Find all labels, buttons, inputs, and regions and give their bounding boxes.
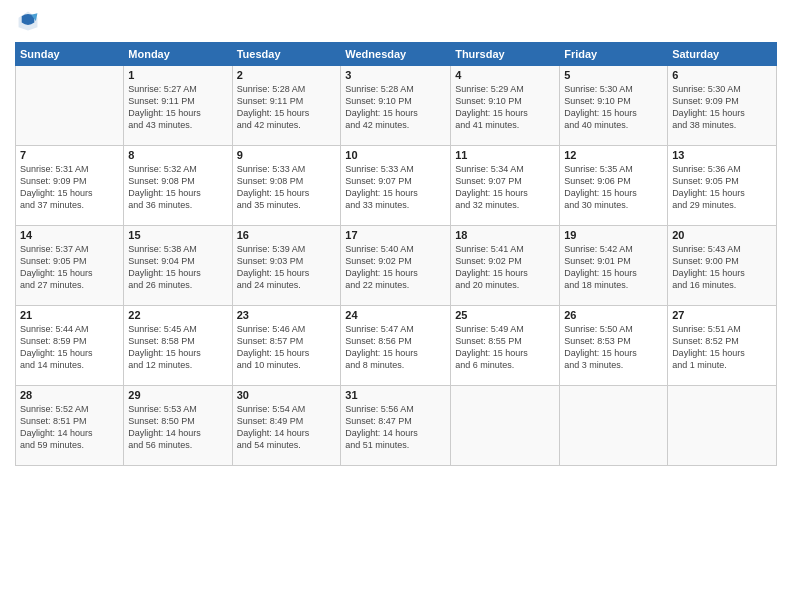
day-number: 24	[345, 309, 446, 321]
day-cell: 8Sunrise: 5:32 AM Sunset: 9:08 PM Daylig…	[124, 146, 232, 226]
day-cell: 27Sunrise: 5:51 AM Sunset: 8:52 PM Dayli…	[668, 306, 777, 386]
column-header-wednesday: Wednesday	[341, 43, 451, 66]
day-info: Sunrise: 5:40 AM Sunset: 9:02 PM Dayligh…	[345, 243, 446, 292]
day-info: Sunrise: 5:33 AM Sunset: 9:08 PM Dayligh…	[237, 163, 337, 212]
day-number: 11	[455, 149, 555, 161]
day-cell: 14Sunrise: 5:37 AM Sunset: 9:05 PM Dayli…	[16, 226, 124, 306]
day-info: Sunrise: 5:38 AM Sunset: 9:04 PM Dayligh…	[128, 243, 227, 292]
day-number: 1	[128, 69, 227, 81]
day-cell: 21Sunrise: 5:44 AM Sunset: 8:59 PM Dayli…	[16, 306, 124, 386]
day-cell: 1Sunrise: 5:27 AM Sunset: 9:11 PM Daylig…	[124, 66, 232, 146]
day-cell: 13Sunrise: 5:36 AM Sunset: 9:05 PM Dayli…	[668, 146, 777, 226]
day-number: 6	[672, 69, 772, 81]
day-number: 29	[128, 389, 227, 401]
day-cell	[16, 66, 124, 146]
day-cell	[668, 386, 777, 466]
day-info: Sunrise: 5:45 AM Sunset: 8:58 PM Dayligh…	[128, 323, 227, 372]
day-cell: 2Sunrise: 5:28 AM Sunset: 9:11 PM Daylig…	[232, 66, 341, 146]
day-info: Sunrise: 5:43 AM Sunset: 9:00 PM Dayligh…	[672, 243, 772, 292]
day-number: 26	[564, 309, 663, 321]
day-number: 9	[237, 149, 337, 161]
week-row-1: 7Sunrise: 5:31 AM Sunset: 9:09 PM Daylig…	[16, 146, 777, 226]
week-row-0: 1Sunrise: 5:27 AM Sunset: 9:11 PM Daylig…	[16, 66, 777, 146]
day-number: 21	[20, 309, 119, 321]
day-cell: 17Sunrise: 5:40 AM Sunset: 9:02 PM Dayli…	[341, 226, 451, 306]
day-info: Sunrise: 5:30 AM Sunset: 9:09 PM Dayligh…	[672, 83, 772, 132]
column-header-tuesday: Tuesday	[232, 43, 341, 66]
day-number: 18	[455, 229, 555, 241]
day-cell	[451, 386, 560, 466]
header-row: SundayMondayTuesdayWednesdayThursdayFrid…	[16, 43, 777, 66]
week-row-3: 21Sunrise: 5:44 AM Sunset: 8:59 PM Dayli…	[16, 306, 777, 386]
day-info: Sunrise: 5:29 AM Sunset: 9:10 PM Dayligh…	[455, 83, 555, 132]
day-cell: 4Sunrise: 5:29 AM Sunset: 9:10 PM Daylig…	[451, 66, 560, 146]
day-number: 30	[237, 389, 337, 401]
day-info: Sunrise: 5:50 AM Sunset: 8:53 PM Dayligh…	[564, 323, 663, 372]
logo	[15, 10, 39, 36]
day-cell: 28Sunrise: 5:52 AM Sunset: 8:51 PM Dayli…	[16, 386, 124, 466]
day-cell: 22Sunrise: 5:45 AM Sunset: 8:58 PM Dayli…	[124, 306, 232, 386]
day-cell: 26Sunrise: 5:50 AM Sunset: 8:53 PM Dayli…	[560, 306, 668, 386]
day-cell: 29Sunrise: 5:53 AM Sunset: 8:50 PM Dayli…	[124, 386, 232, 466]
day-cell: 7Sunrise: 5:31 AM Sunset: 9:09 PM Daylig…	[16, 146, 124, 226]
day-cell: 10Sunrise: 5:33 AM Sunset: 9:07 PM Dayli…	[341, 146, 451, 226]
day-info: Sunrise: 5:44 AM Sunset: 8:59 PM Dayligh…	[20, 323, 119, 372]
day-info: Sunrise: 5:27 AM Sunset: 9:11 PM Dayligh…	[128, 83, 227, 132]
day-number: 8	[128, 149, 227, 161]
day-cell: 24Sunrise: 5:47 AM Sunset: 8:56 PM Dayli…	[341, 306, 451, 386]
day-info: Sunrise: 5:32 AM Sunset: 9:08 PM Dayligh…	[128, 163, 227, 212]
header	[15, 10, 777, 36]
day-cell: 18Sunrise: 5:41 AM Sunset: 9:02 PM Dayli…	[451, 226, 560, 306]
day-number: 20	[672, 229, 772, 241]
day-number: 23	[237, 309, 337, 321]
day-number: 25	[455, 309, 555, 321]
day-cell: 19Sunrise: 5:42 AM Sunset: 9:01 PM Dayli…	[560, 226, 668, 306]
day-cell	[560, 386, 668, 466]
calendar-table: SundayMondayTuesdayWednesdayThursdayFrid…	[15, 42, 777, 466]
column-header-thursday: Thursday	[451, 43, 560, 66]
day-info: Sunrise: 5:41 AM Sunset: 9:02 PM Dayligh…	[455, 243, 555, 292]
day-info: Sunrise: 5:47 AM Sunset: 8:56 PM Dayligh…	[345, 323, 446, 372]
day-number: 19	[564, 229, 663, 241]
day-info: Sunrise: 5:39 AM Sunset: 9:03 PM Dayligh…	[237, 243, 337, 292]
column-header-sunday: Sunday	[16, 43, 124, 66]
day-info: Sunrise: 5:54 AM Sunset: 8:49 PM Dayligh…	[237, 403, 337, 452]
week-row-4: 28Sunrise: 5:52 AM Sunset: 8:51 PM Dayli…	[16, 386, 777, 466]
day-info: Sunrise: 5:53 AM Sunset: 8:50 PM Dayligh…	[128, 403, 227, 452]
day-info: Sunrise: 5:28 AM Sunset: 9:10 PM Dayligh…	[345, 83, 446, 132]
day-number: 28	[20, 389, 119, 401]
day-info: Sunrise: 5:49 AM Sunset: 8:55 PM Dayligh…	[455, 323, 555, 372]
column-header-friday: Friday	[560, 43, 668, 66]
day-cell: 9Sunrise: 5:33 AM Sunset: 9:08 PM Daylig…	[232, 146, 341, 226]
day-number: 4	[455, 69, 555, 81]
day-info: Sunrise: 5:56 AM Sunset: 8:47 PM Dayligh…	[345, 403, 446, 452]
day-cell: 31Sunrise: 5:56 AM Sunset: 8:47 PM Dayli…	[341, 386, 451, 466]
day-info: Sunrise: 5:36 AM Sunset: 9:05 PM Dayligh…	[672, 163, 772, 212]
day-number: 27	[672, 309, 772, 321]
day-cell: 5Sunrise: 5:30 AM Sunset: 9:10 PM Daylig…	[560, 66, 668, 146]
day-number: 14	[20, 229, 119, 241]
day-info: Sunrise: 5:33 AM Sunset: 9:07 PM Dayligh…	[345, 163, 446, 212]
day-cell: 3Sunrise: 5:28 AM Sunset: 9:10 PM Daylig…	[341, 66, 451, 146]
day-cell: 16Sunrise: 5:39 AM Sunset: 9:03 PM Dayli…	[232, 226, 341, 306]
day-cell: 30Sunrise: 5:54 AM Sunset: 8:49 PM Dayli…	[232, 386, 341, 466]
calendar-page: SundayMondayTuesdayWednesdayThursdayFrid…	[0, 0, 792, 612]
day-number: 16	[237, 229, 337, 241]
day-number: 22	[128, 309, 227, 321]
day-number: 5	[564, 69, 663, 81]
day-number: 31	[345, 389, 446, 401]
day-cell: 20Sunrise: 5:43 AM Sunset: 9:00 PM Dayli…	[668, 226, 777, 306]
day-info: Sunrise: 5:30 AM Sunset: 9:10 PM Dayligh…	[564, 83, 663, 132]
day-cell: 15Sunrise: 5:38 AM Sunset: 9:04 PM Dayli…	[124, 226, 232, 306]
day-cell: 23Sunrise: 5:46 AM Sunset: 8:57 PM Dayli…	[232, 306, 341, 386]
day-number: 7	[20, 149, 119, 161]
day-info: Sunrise: 5:31 AM Sunset: 9:09 PM Dayligh…	[20, 163, 119, 212]
day-number: 3	[345, 69, 446, 81]
calendar-body: 1Sunrise: 5:27 AM Sunset: 9:11 PM Daylig…	[16, 66, 777, 466]
column-header-monday: Monday	[124, 43, 232, 66]
column-header-saturday: Saturday	[668, 43, 777, 66]
day-number: 10	[345, 149, 446, 161]
day-cell: 25Sunrise: 5:49 AM Sunset: 8:55 PM Dayli…	[451, 306, 560, 386]
day-info: Sunrise: 5:52 AM Sunset: 8:51 PM Dayligh…	[20, 403, 119, 452]
day-info: Sunrise: 5:28 AM Sunset: 9:11 PM Dayligh…	[237, 83, 337, 132]
